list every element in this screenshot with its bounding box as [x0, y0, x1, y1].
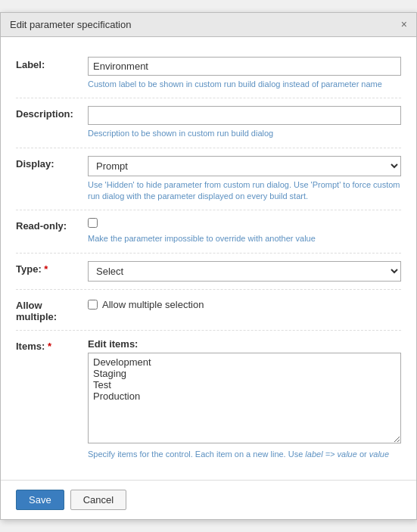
save-button[interactable]: Save [16, 490, 64, 510]
type-label-text: Type: [16, 263, 44, 275]
items-hint-italic2: value [369, 450, 389, 459]
items-edit-label: Edit items: [88, 338, 401, 350]
items-row: Items: * Edit items: Development Staging… [16, 331, 401, 468]
type-select[interactable]: Select Text Password Checkbox [88, 261, 401, 282]
items-field-container: Edit items: Development Staging Test Pro… [88, 338, 401, 460]
allow-multiple-checkbox[interactable] [88, 300, 98, 310]
items-hint-italic1: label => value [305, 450, 357, 459]
allow-multiple-label: Allowmultiple: [16, 297, 88, 322]
items-hint-text1: Specify items for the control. Each item… [88, 450, 305, 459]
allow-multiple-row: Allowmultiple: Allow multiple selection [16, 290, 401, 331]
items-label-text: Items: [16, 341, 48, 352]
display-select[interactable]: Prompt Hidden Normal [88, 156, 401, 176]
readonly-hint: Make the parameter impossible to overrid… [88, 233, 401, 244]
label-field-label: Label: [16, 57, 88, 70]
items-textarea[interactable]: Development Staging Test Production [88, 353, 401, 443]
description-row: Description: Description to be shown in … [16, 98, 401, 148]
dialog-title: Edit parameter specification [10, 19, 131, 30]
readonly-field-container: Make the parameter impossible to overrid… [88, 218, 401, 244]
dialog-header: Edit parameter specification × [1, 13, 416, 37]
allow-multiple-checkbox-label: Allow multiple selection [102, 299, 204, 310]
items-hint: Specify items for the control. Each item… [88, 449, 401, 460]
items-field-label: Items: * [16, 338, 88, 352]
display-row: Display: Prompt Hidden Normal Use 'Hidde… [16, 148, 401, 211]
edit-parameter-dialog: Edit parameter specification × Label: Cu… [0, 12, 417, 520]
dialog-body: Label: Custom label to be shown in custo… [1, 37, 416, 480]
items-required-star: * [48, 341, 51, 352]
type-field-label: Type: * [16, 261, 88, 275]
description-field-container: Description to be shown in custom run bu… [88, 106, 401, 139]
description-hint: Description to be shown in custom run bu… [88, 128, 401, 139]
label-row: Label: Custom label to be shown in custo… [16, 49, 401, 98]
display-hint: Use 'Hidden' to hide parameter from cust… [88, 179, 401, 203]
readonly-checkbox[interactable] [88, 218, 98, 228]
display-field-container: Prompt Hidden Normal Use 'Hidden' to hid… [88, 156, 401, 203]
description-field-label: Description: [16, 106, 88, 120]
type-row: Type: * Select Text Password Checkbox [16, 254, 401, 290]
label-hint: Custom label to be shown in custom run b… [88, 79, 401, 90]
items-hint-text2: or [357, 450, 369, 459]
dialog-footer: Save Cancel [1, 480, 416, 519]
readonly-field-label: Read-only: [16, 218, 88, 232]
description-input[interactable] [88, 106, 401, 125]
readonly-row: Read-only: Make the parameter impossible… [16, 210, 401, 253]
close-button[interactable]: × [401, 19, 407, 30]
type-required-star: * [44, 263, 48, 275]
allow-multiple-field-container: Allow multiple selection [88, 297, 401, 310]
label-field-container: Custom label to be shown in custom run b… [88, 57, 401, 90]
label-input[interactable] [88, 57, 401, 76]
type-field-container: Select Text Password Checkbox [88, 261, 401, 282]
cancel-button[interactable]: Cancel [70, 490, 126, 510]
allow-multiple-checkbox-row: Allow multiple selection [88, 297, 401, 310]
display-field-label: Display: [16, 156, 88, 170]
